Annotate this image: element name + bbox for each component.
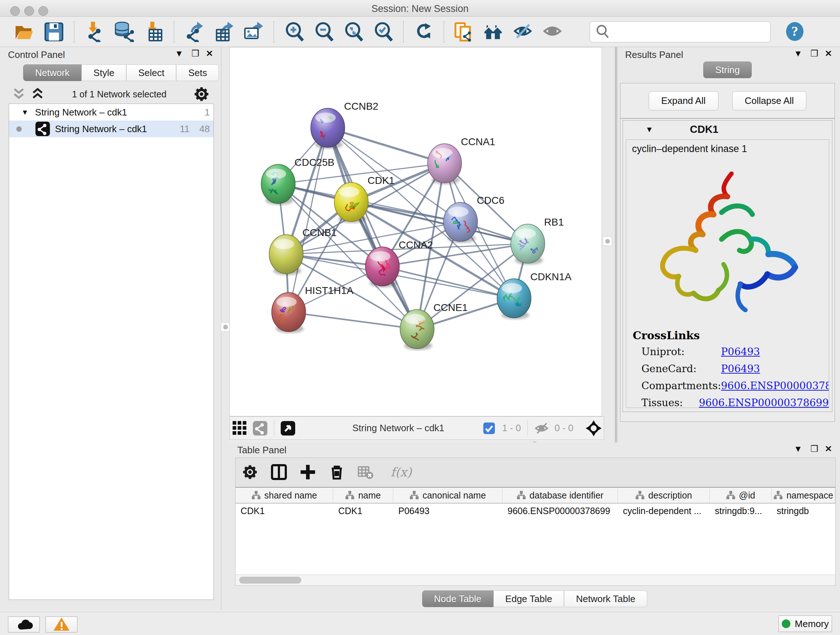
crosslink-link[interactable]: P06493 [721,363,760,375]
crosslink-label: Uniprot: [641,346,721,358]
float-panel-icon[interactable]: ❒ [810,444,818,454]
tab-string[interactable]: String [703,62,752,78]
network-overview-icon[interactable] [252,420,268,436]
crosslink-link[interactable]: P06493 [721,346,760,358]
crosslink-link[interactable]: 9606.ENSP00000378699 [721,380,829,392]
delete-column-icon[interactable] [329,464,345,480]
show-columns-icon[interactable] [271,464,287,480]
crosslink-label: Compartments: [641,380,721,392]
first-neighbors-button[interactable] [483,21,505,43]
tab-network-table[interactable]: Network Table [564,591,647,607]
table-cell[interactable]: cyclin-dependent ... [618,504,710,519]
network-node-CDKN1A[interactable] [497,279,531,319]
network-node-CCNB2[interactable] [311,108,345,149]
fit-content-icon[interactable] [586,420,602,436]
table-horizontal-scrollbar[interactable] [235,575,835,585]
tab-select[interactable]: Select [126,65,176,81]
float-panel-icon[interactable]: ❒ [191,49,199,59]
column-header-database-identifier[interactable]: database identifier [502,488,618,503]
network-node-CDC25B[interactable] [261,165,295,205]
close-panel-icon[interactable]: ✕ [825,444,832,454]
show-all-button[interactable] [542,21,564,43]
help-button[interactable]: ? [785,22,805,42]
network-node-CCNA1[interactable] [428,144,462,184]
close-panel-icon[interactable]: ✕ [206,49,213,59]
collapse-card-icon[interactable]: ▼ [645,125,653,134]
zoom-out-button[interactable] [313,21,335,43]
apply-layout-button[interactable] [412,21,435,43]
toolbar-buttons [9,21,568,43]
expand-all-button[interactable]: Expand All [649,91,718,111]
column-header-namespace[interactable]: namespace [772,488,835,503]
memory-button[interactable]: Memory [778,616,832,632]
column-header-name[interactable]: name [333,488,393,503]
table-cell[interactable]: stringdb [772,504,835,519]
collapse-all-icon[interactable] [11,87,26,101]
import-network-file-button[interactable] [83,21,106,43]
network-canvas[interactable]: CCNB2 CCNA1 CDC25B CDK1 CDC6 RB1 CCNB1 [229,47,602,416]
birdseye-view-icon[interactable] [280,420,296,436]
open-file-button[interactable] [13,21,35,43]
network-collection-row[interactable]: ▼ String Network – cdk1 1 [9,104,213,120]
panel-menu-icon[interactable]: ▼ [794,444,802,454]
collection-expand-icon[interactable]: ▼ [21,108,28,117]
network-node-CCNB1[interactable] [269,234,303,275]
hide-selected-button[interactable] [512,21,535,43]
selected-items-checkbox[interactable] [481,420,497,436]
export-image-button[interactable] [242,21,265,43]
tab-style[interactable]: Style [81,65,126,81]
network-node-CDC6[interactable] [444,203,477,243]
copy-network-button[interactable] [453,21,475,43]
network-node-CCNE1[interactable] [400,310,434,350]
tab-sets[interactable]: Sets [176,65,219,81]
left-splitter[interactable] [221,47,229,610]
add-column-icon[interactable] [300,464,316,480]
zoom-fit-button[interactable] [342,21,365,43]
panel-menu-icon[interactable]: ▼ [175,49,183,59]
search-input[interactable] [611,24,765,40]
panel-menu-icon[interactable]: ▼ [794,49,802,59]
network-node-CDK1[interactable] [334,182,368,223]
import-table-file-button[interactable] [142,21,165,43]
cloud-status-button[interactable] [8,616,40,632]
node-label-RB1: RB1 [544,217,564,228]
float-panel-icon[interactable]: ❒ [810,49,818,59]
warnings-button[interactable] [46,616,77,632]
network-node-HIST1H1A[interactable] [272,293,306,333]
close-panel-icon[interactable]: ✕ [825,49,832,59]
tab-edge-table[interactable]: Edge Table [493,591,564,607]
column-header--id[interactable]: @id [710,488,772,503]
tab-node-table[interactable]: Node Table [422,591,493,607]
table-settings-gear-icon[interactable] [242,464,258,480]
table-cell[interactable]: CDK1 [333,504,393,519]
table-row[interactable]: CDK1CDK1P064939606.ENSP00000378699cyclin… [235,504,835,519]
toolbar-separator [74,21,74,43]
grid-view-icon[interactable] [232,420,248,436]
expand-all-icon[interactable] [30,87,45,101]
protein-card: ▼ CDK1 cyclin–dependent kinase 1 CrossLi… [622,120,832,412]
table-cell[interactable]: P06493 [393,504,502,519]
collapse-all-button[interactable]: Collapse All [732,91,807,111]
network-node-RB1[interactable] [511,224,545,264]
zoom-selected-button[interactable] [372,21,394,43]
crosslinks-list: Uniprot:P06493GeneCard:P06493Compartment… [626,343,829,408]
column-header-description[interactable]: description [618,488,710,503]
crosslink-link[interactable]: 9606.ENSP00000378699 [699,397,829,408]
right-splitter[interactable] [602,47,617,442]
network-edge-count: 48 [193,124,213,135]
save-session-button[interactable] [43,21,65,43]
column-header-shared-name[interactable]: shared name [235,488,333,503]
export-table-button[interactable] [213,21,235,43]
table-cell[interactable]: stringdb:9... [710,504,772,519]
network-options-gear-icon[interactable] [194,86,210,102]
network-node-CCNA2[interactable] [365,247,399,287]
network-row[interactable]: String Network – cdk1 11 48 [9,120,213,137]
export-network-button[interactable] [183,21,205,43]
scrollbar-thumb[interactable] [239,577,302,584]
import-network-database-button[interactable] [113,21,135,43]
table-cell[interactable]: CDK1 [235,504,333,519]
column-header-canonical-name[interactable]: canonical name [393,488,502,503]
tab-network[interactable]: Network [23,65,81,81]
zoom-in-button[interactable] [283,21,305,43]
table-cell[interactable]: 9606.ENSP00000378699 [502,504,618,519]
